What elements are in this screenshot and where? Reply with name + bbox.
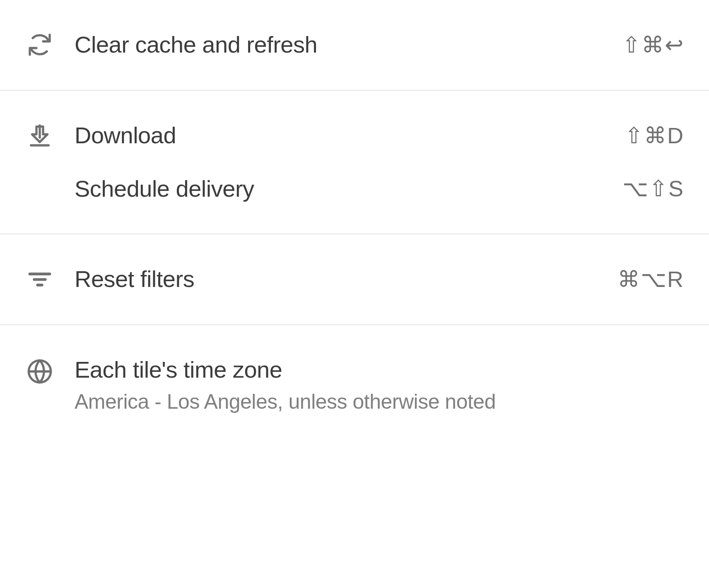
menu-item-label: Clear cache and refresh [75, 30, 605, 60]
menu-item-label: Each tile's time zone [75, 355, 684, 385]
menu-item-text: Clear cache and refresh [75, 30, 605, 60]
menu-item-label: Schedule delivery [75, 174, 606, 204]
menu-item-label: Download [75, 120, 608, 151]
menu-item-timezone[interactable]: Each tile's time zone America - Los Ange… [0, 343, 709, 427]
filter-icon [25, 265, 55, 294]
menu-item-text: Download [75, 120, 608, 151]
menu-item-label: Reset filters [75, 264, 601, 294]
menu-section: Reset filters ⌘⌥R [0, 234, 709, 325]
menu-item-sublabel: America - Los Angeles, unless otherwise … [75, 388, 684, 415]
menu-item-download[interactable]: Download ⇧⌘D [0, 109, 709, 162]
refresh-icon [25, 30, 55, 60]
menu-item-clear-cache[interactable]: Clear cache and refresh ⇧⌘↩ [0, 18, 709, 72]
menu-item-text: Reset filters [75, 264, 601, 294]
keyboard-shortcut: ⌥⇧S [622, 176, 684, 202]
menu-item-schedule-delivery[interactable]: Schedule delivery ⌥⇧S [0, 162, 709, 216]
menu-section: Each tile's time zone America - Los Ange… [0, 325, 709, 445]
menu-item-text: Schedule delivery [75, 174, 606, 204]
keyboard-shortcut: ⇧⌘D [625, 123, 684, 149]
menu-section: Clear cache and refresh ⇧⌘↩ [0, 0, 709, 91]
menu-item-text: Each tile's time zone America - Los Ange… [75, 355, 684, 415]
keyboard-shortcut: ⇧⌘↩ [622, 32, 684, 58]
globe-icon [25, 357, 55, 386]
download-icon [25, 120, 55, 150]
menu-item-reset-filters[interactable]: Reset filters ⌘⌥R [0, 253, 709, 306]
menu-section: Download ⇧⌘D Schedule delivery ⌥⇧S [0, 91, 709, 235]
dropdown-menu: Clear cache and refresh ⇧⌘↩ Download ⇧⌘D [0, 0, 709, 445]
keyboard-shortcut: ⌘⌥R [617, 266, 684, 292]
blank-icon [25, 174, 55, 204]
